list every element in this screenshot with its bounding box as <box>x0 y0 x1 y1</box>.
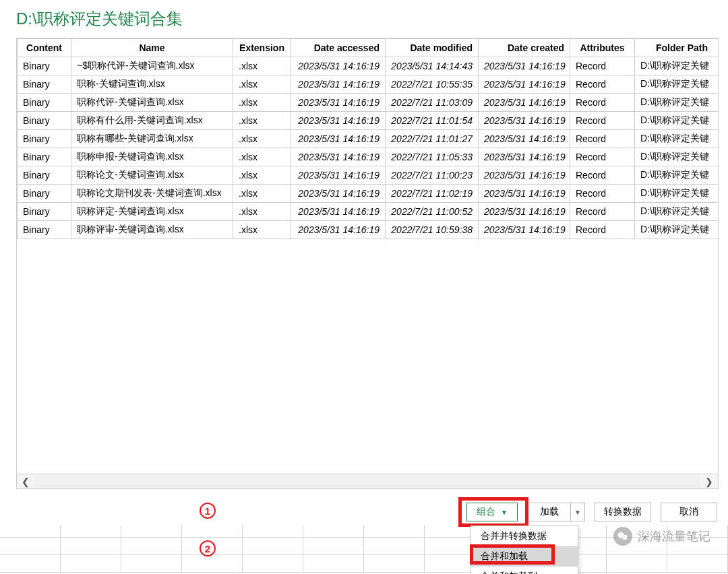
cell-folder-path: D:\职称评定关键 <box>635 221 719 239</box>
cell-date-modified: 2022/7/21 10:55:35 <box>386 75 479 94</box>
cell-attributes: Record <box>570 166 635 185</box>
cell-date-modified: 2022/7/21 11:05:33 <box>386 148 479 166</box>
cell-folder-path: D:\职称评定关键 <box>635 75 719 94</box>
dialog-button-row: 组合 ▼ 合并并转换数据 合并和加载 合并和加载到... 加载 ▼ 转换数据 取… <box>0 489 728 521</box>
col-header-attributes[interactable]: Attributes <box>570 39 635 57</box>
table-row[interactable]: Binary职称评审-关键词查询.xlsx.xlsx2023/5/31 14:1… <box>18 221 719 239</box>
scroll-right-icon[interactable]: ❯ <box>700 475 718 488</box>
col-header-name[interactable]: Name <box>71 39 233 57</box>
table-row[interactable]: Binary职称有哪些-关键词查询.xlsx.xlsx2023/5/31 14:… <box>18 130 719 148</box>
cell-date-accessed: 2023/5/31 14:16:19 <box>291 148 386 166</box>
table-row[interactable]: Binary职称有什么用-关键词查询.xlsx.xlsx2023/5/31 14… <box>18 112 719 130</box>
cell-name: 职称申报-关键词查询.xlsx <box>71 148 233 166</box>
table-header-row: Content Name Extension Date accessed Dat… <box>18 39 719 57</box>
cell-extension: .xlsx <box>233 94 291 112</box>
cell-date-accessed: 2023/5/31 14:16:19 <box>291 112 386 130</box>
cell-attributes: Record <box>570 221 635 239</box>
cell-date-accessed: 2023/5/31 14:16:19 <box>291 94 386 112</box>
cell-content: Binary <box>18 148 71 166</box>
cell-extension: .xlsx <box>233 185 291 203</box>
cell-extension: .xlsx <box>233 75 291 94</box>
caret-down-icon: ▼ <box>574 509 581 516</box>
scroll-track[interactable] <box>34 474 700 488</box>
cell-name: 职称有什么用-关键词查询.xlsx <box>71 112 233 130</box>
page-title: D:\职称评定关键词合集 <box>0 0 728 35</box>
transform-data-button[interactable]: 转换数据 <box>595 503 651 521</box>
cell-date-created: 2023/5/31 14:16:19 <box>479 57 570 75</box>
cell-date-accessed: 2023/5/31 14:16:19 <box>291 185 386 203</box>
cancel-button[interactable]: 取消 <box>661 503 717 521</box>
combine-button-label: 组合 <box>477 506 495 518</box>
cell-date-created: 2023/5/31 14:16:19 <box>479 221 570 239</box>
cell-folder-path: D:\职称评定关键 <box>635 203 719 221</box>
cell-extension: .xlsx <box>233 112 291 130</box>
cell-extension: .xlsx <box>233 203 291 221</box>
table-row[interactable]: Binary职称评定-关键词查询.xlsx.xlsx2023/5/31 14:1… <box>18 203 719 221</box>
col-header-date-accessed[interactable]: Date accessed <box>291 39 386 57</box>
preview-table-container: Content Name Extension Date accessed Dat… <box>16 38 719 489</box>
col-header-date-modified[interactable]: Date modified <box>386 39 479 57</box>
cell-content: Binary <box>18 130 71 148</box>
cell-attributes: Record <box>570 203 635 221</box>
cell-extension: .xlsx <box>233 130 291 148</box>
cell-extension: .xlsx <box>233 221 291 239</box>
menu-item-merge-load[interactable]: 合并和加载 <box>471 546 578 567</box>
cell-extension: .xlsx <box>233 57 291 75</box>
cell-name: 职称-关键词查询.xlsx <box>71 75 233 94</box>
cell-attributes: Record <box>570 148 635 166</box>
cell-name: 职称评审-关键词查询.xlsx <box>71 221 233 239</box>
cell-date-created: 2023/5/31 14:16:19 <box>479 166 570 185</box>
col-header-extension[interactable]: Extension <box>233 39 291 57</box>
cell-content: Binary <box>18 112 71 130</box>
background-spreadsheet-grid <box>0 520 728 574</box>
cell-content: Binary <box>18 75 71 94</box>
annotation-badge-1: 1 <box>200 503 216 519</box>
menu-item-merge-load-to[interactable]: 合并和加载到... <box>471 567 578 574</box>
preview-table: Content Name Extension Date accessed Dat… <box>17 38 718 239</box>
cell-date-accessed: 2023/5/31 14:16:19 <box>291 221 386 239</box>
table-row[interactable]: Binary职称申报-关键词查询.xlsx.xlsx2023/5/31 14:1… <box>18 148 719 166</box>
cell-date-accessed: 2023/5/31 14:16:19 <box>291 203 386 221</box>
cell-date-accessed: 2023/5/31 14:16:19 <box>291 130 386 148</box>
cell-content: Binary <box>18 57 71 75</box>
cell-date-created: 2023/5/31 14:16:19 <box>479 148 570 166</box>
cell-date-created: 2023/5/31 14:16:19 <box>479 94 570 112</box>
cell-date-modified: 2022/7/21 11:01:27 <box>386 130 479 148</box>
load-dropdown-button[interactable]: ▼ <box>570 503 585 521</box>
menu-item-merge-transform[interactable]: 合并并转换数据 <box>471 526 578 546</box>
cell-date-modified: 2022/7/21 10:59:38 <box>386 221 479 239</box>
col-header-folder-path[interactable]: Folder Path <box>635 39 719 57</box>
cell-extension: .xlsx <box>233 148 291 166</box>
cell-date-modified: 2023/5/31 14:14:43 <box>386 57 479 75</box>
cell-folder-path: D:\职称评定关键 <box>635 166 719 185</box>
table-row[interactable]: Binary职称论文期刊发表-关键词查询.xlsx.xlsx2023/5/31 … <box>18 185 719 203</box>
caret-down-icon: ▼ <box>501 509 508 516</box>
cell-date-modified: 2022/7/21 11:02:19 <box>386 185 479 203</box>
table-row[interactable]: Binary~$职称代评-关键词查询.xlsx.xlsx2023/5/31 14… <box>18 57 719 75</box>
cell-attributes: Record <box>570 94 635 112</box>
cell-date-accessed: 2023/5/31 14:16:19 <box>291 57 386 75</box>
scroll-left-icon[interactable]: ❮ <box>17 475 34 488</box>
cell-folder-path: D:\职称评定关键 <box>635 130 719 148</box>
cell-folder-path: D:\职称评定关键 <box>635 112 719 130</box>
cell-attributes: Record <box>570 112 635 130</box>
table-row[interactable]: Binary职称代评-关键词查询.xlsx.xlsx2023/5/31 14:1… <box>18 94 719 112</box>
cell-folder-path: D:\职称评定关键 <box>635 57 719 75</box>
table-row[interactable]: Binary职称-关键词查询.xlsx.xlsx2023/5/31 14:16:… <box>18 75 719 94</box>
cell-date-modified: 2022/7/21 11:00:52 <box>386 203 479 221</box>
cell-name: 职称论文-关键词查询.xlsx <box>71 166 233 185</box>
cell-extension: .xlsx <box>233 166 291 185</box>
load-button[interactable]: 加载 <box>527 503 570 521</box>
horizontal-scrollbar[interactable]: ❮ ❯ <box>17 474 718 488</box>
table-row[interactable]: Binary职称论文-关键词查询.xlsx.xlsx2023/5/31 14:1… <box>18 166 719 185</box>
cell-attributes: Record <box>570 75 635 94</box>
combine-dropdown-menu: 合并并转换数据 合并和加载 合并和加载到... <box>471 525 578 574</box>
combine-button[interactable]: 组合 ▼ <box>466 503 518 521</box>
col-header-date-created[interactable]: Date created <box>479 39 570 57</box>
cell-content: Binary <box>18 203 71 221</box>
cell-content: Binary <box>18 221 71 239</box>
cell-date-modified: 2022/7/21 11:03:09 <box>386 94 479 112</box>
col-header-content[interactable]: Content <box>18 39 71 57</box>
cell-date-created: 2023/5/31 14:16:19 <box>479 185 570 203</box>
cell-date-accessed: 2023/5/31 14:16:19 <box>291 166 386 185</box>
